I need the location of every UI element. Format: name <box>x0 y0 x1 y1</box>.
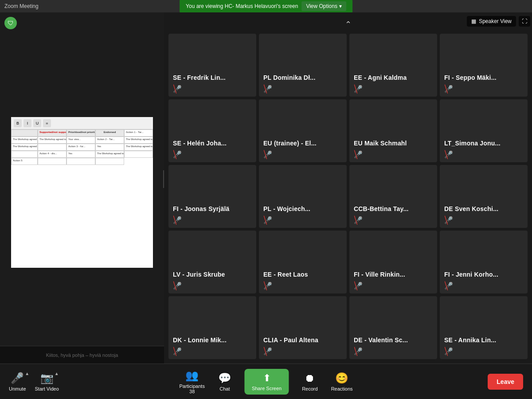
participants-label: Participants <box>179 383 204 389</box>
muted-icon: 🎤╱ <box>444 282 453 290</box>
shared-screen-preview: 🛡 B I U = Supported/not supported for BS… <box>0 12 164 346</box>
video-caret-icon[interactable]: ▲ <box>55 371 59 376</box>
muted-icon: 🎤╱ <box>263 150 272 159</box>
chat-icon: 💬 <box>218 372 231 384</box>
participant-tile: DE Sven Koschi...🎤╱ <box>440 165 528 228</box>
row-1-col-0: Action 1 - Tar... <box>124 129 153 137</box>
sheet-grid: Supported/not supported for BSAP Priorit… <box>11 129 153 165</box>
participant-name: CCB-Bettina Tay... <box>354 205 409 212</box>
participant-name: LT_Simona Jonu... <box>444 140 501 147</box>
participant-tile: FI - Ville Rinkin...🎤╱ <box>349 231 437 293</box>
participant-tile: LT_Simona Jonu...🎤╱ <box>440 99 528 162</box>
row-1-col-3: Your view... <box>66 137 95 144</box>
muted-icon: 🎤╱ <box>173 347 182 356</box>
participant-name: EU (trainee) - El... <box>263 140 317 147</box>
participant-tile: EE - Reet Laos🎤╱ <box>259 231 347 293</box>
record-icon: ⏺ <box>305 372 315 384</box>
participant-tile: EU (trainee) - El...🎤╱ <box>259 99 347 162</box>
muted-icon: 🎤╱ <box>263 216 272 224</box>
screen-sharing-banner: You are viewing HC- Markus Helavuori's s… <box>180 0 352 13</box>
participant-tile: DE - Valentin Sc...🎤╱ <box>349 296 437 359</box>
participant-tile: DK - Lonnie Mik...🎤╱ <box>168 296 256 359</box>
view-options-button[interactable]: View Options ▾ <box>301 1 346 11</box>
participant-name: SE - Fredrik Lin... <box>173 74 226 81</box>
reactions-button[interactable]: 😊 Reactions <box>331 372 353 391</box>
participant-tile: SE - Helén Joha...🎤╱ <box>168 99 256 162</box>
sheet-toolbar: B I U = <box>11 117 153 129</box>
muted-icon: 🎤╱ <box>173 216 182 224</box>
row-5-col-1 <box>38 158 66 165</box>
share-screen-icon: ⬆ <box>263 372 271 384</box>
participant-name: EU Maik Schmahl <box>354 140 407 147</box>
row-1-col-1: The Workshop agreed to vote on this acti… <box>11 137 38 144</box>
row-2-col-2: The Workshop agreed to vote on this acti… <box>11 144 38 151</box>
participants-grid: SE - Fredrik Lin...🎤╱PL Dominika Dł...🎤╱… <box>168 34 528 359</box>
toolbar-right: Leave <box>488 374 523 390</box>
app-title: Zoom Meeting <box>4 3 39 9</box>
participant-tile: SE - Annika Lin...🎤╱ <box>440 296 528 359</box>
participants-button[interactable]: 👥 Participants 38 <box>179 369 204 394</box>
participant-name: SE - Helén Joha... <box>173 140 227 147</box>
title-bar: Zoom Meeting You are viewing HC- Markus … <box>0 0 532 12</box>
share-screen-button[interactable]: ⬆ Share Screen <box>245 369 289 395</box>
toolbar-center: 👥 Participants 38 💬 Chat ⬆ Share Screen … <box>179 369 352 395</box>
col-header-2: Prioritised/not prioritised for BSAP <box>66 129 95 137</box>
bottom-text: Kiitos, hyvä pohja – hyviä nostoja <box>46 352 118 358</box>
leave-button[interactable]: Leave <box>488 374 523 390</box>
video-icon: 📷 ▲ <box>40 372 54 384</box>
col-header-3: Endorsed <box>95 129 124 137</box>
muted-icon: 🎤╱ <box>173 282 182 290</box>
scroll-up-icon: ⌃ <box>345 20 352 29</box>
toolbar-left: 🎤 ▲ Unmute 📷 ▲ Start Video <box>9 372 59 391</box>
collapse-handle[interactable]: ⇔ <box>163 170 164 188</box>
row-3-col-2: The Workshop agreed to vote on this acti… <box>124 144 153 151</box>
start-video-button[interactable]: 📷 ▲ Start Video <box>35 372 59 391</box>
fullscreen-button[interactable]: ⛶ <box>519 16 530 27</box>
muted-icon: 🎤╱ <box>444 347 453 356</box>
microphone-icon: 🎤 ▲ <box>11 372 24 384</box>
view-options-label: View Options <box>306 3 337 9</box>
row-2-col-1: The Workshop agreed to vote on this acti… <box>124 137 153 144</box>
participant-name: DK - Lonnie Mik... <box>173 336 227 344</box>
unmute-button[interactable]: 🎤 ▲ Unmute <box>9 372 26 391</box>
shield-icon: 🛡 <box>8 20 14 27</box>
muted-icon: 🎤╱ <box>354 282 363 290</box>
speaker-view-button[interactable]: ▦ Speaker View <box>467 16 516 27</box>
left-panel-bottom: Kiitos, hyvä pohja – hyviä nostoja <box>0 346 164 364</box>
participant-name: FI - Seppo Mäki... <box>444 74 497 81</box>
main-content: 🛡 B I U = Supported/not supported for BS… <box>0 12 532 364</box>
underline-icon: U <box>33 119 41 127</box>
formula-icon: = <box>43 119 51 127</box>
row-3-col-0: Action 3 - fur... <box>66 144 95 151</box>
participant-name: FI - Joonas Syrjälä <box>173 205 230 212</box>
participant-name: DE Sven Koschi... <box>444 205 498 212</box>
muted-icon: 🎤╱ <box>263 85 272 93</box>
row-4-col-0: Action 4 - dis... <box>38 151 66 158</box>
row-3-col-1: Yes <box>95 144 124 151</box>
muted-icon: 🎤╱ <box>354 150 363 159</box>
speaker-view-icon: ▦ <box>471 18 476 24</box>
muted-icon: 🎤╱ <box>444 85 453 93</box>
view-options-chevron: ▾ <box>339 3 342 9</box>
muted-icon: 🎤╱ <box>444 216 453 224</box>
security-badge: 🛡 <box>4 17 17 29</box>
row-5-col-3 <box>95 158 124 165</box>
right-panel: ▦ Speaker View ⛶ ⌃ SE - Fredrik Lin...🎤╱… <box>164 12 532 364</box>
participant-tile: CCB-Bettina Tay...🎤╱ <box>349 165 437 228</box>
participant-tile: LV - Juris Skrube🎤╱ <box>168 231 256 293</box>
participant-name: SE - Annika Lin... <box>444 336 496 344</box>
participant-tile: EU Maik Schmahl🎤╱ <box>349 99 437 162</box>
row-4-col-3 <box>124 151 153 158</box>
chat-button[interactable]: 💬 Chat <box>218 372 231 391</box>
col-header-1: Supported/not supported for BSAP <box>38 129 66 137</box>
row-4-col-2: The Workshop agreed to vote on this acti… <box>95 151 124 158</box>
record-button[interactable]: ⏺ Record <box>302 372 317 391</box>
row-1-col-2: The Workshop agreed to vote on this acti… <box>38 137 66 144</box>
muted-icon: 🎤╱ <box>354 85 363 93</box>
participant-name: PL - Wojciech... <box>263 205 310 212</box>
muted-icon: 🎤╱ <box>444 150 453 159</box>
banner-text: You are viewing HC- Markus Helavuori's s… <box>186 3 298 9</box>
left-panel: 🛡 B I U = Supported/not supported for BS… <box>0 12 164 364</box>
mute-caret-icon[interactable]: ▲ <box>25 371 29 376</box>
participant-name: DE - Valentin Sc... <box>354 336 408 344</box>
